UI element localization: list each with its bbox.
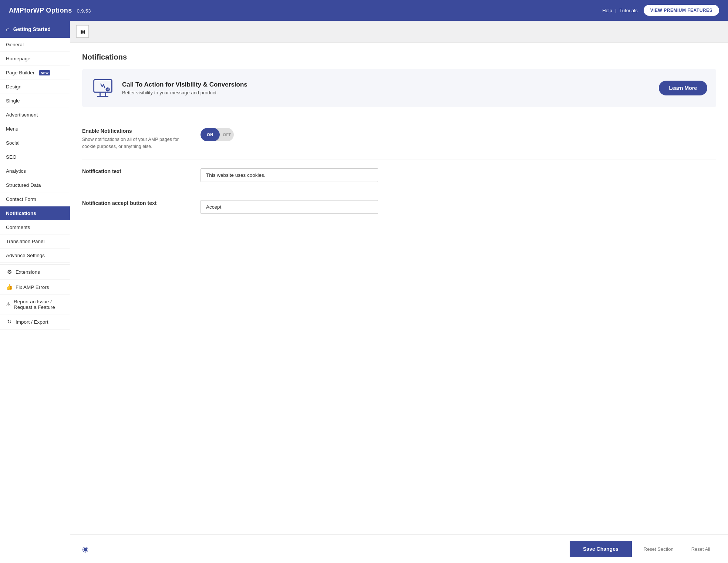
sidebar-item-structured-data[interactable]: Structured Data <box>0 178 70 192</box>
footer: ◉ Save Changes Reset Section Reset All <box>70 535 728 563</box>
warning-icon: ⚠ <box>6 301 11 308</box>
sidebar-item-fix-amp-errors[interactable]: 👍 Fix AMP Errors <box>0 280 70 295</box>
promo-heading: Call To Action for Visibility & Conversi… <box>122 81 651 88</box>
footer-logo-icon: ◉ <box>82 545 88 553</box>
toolbar-menu-button[interactable]: ▦ <box>76 25 89 38</box>
refresh-icon: ↻ <box>6 318 13 325</box>
sidebar-item-homepage[interactable]: Homepage <box>0 52 70 66</box>
notification-accept-btn-label: Notification accept button text <box>82 200 186 206</box>
promo-description: Better visibility to your message and pr… <box>122 90 651 95</box>
sidebar-item-analytics[interactable]: Analytics <box>0 164 70 178</box>
sidebar-item-import-export[interactable]: ↻ Import / Export <box>0 314 70 330</box>
sidebar-item-translation-panel[interactable]: Translation Panel <box>0 235 70 249</box>
sidebar: ⌂ Getting Started General Homepage Page … <box>0 21 70 563</box>
svg-point-4 <box>106 87 110 91</box>
header-right: Help | Tutorials VIEW PREMIUM FEATURES <box>602 5 719 16</box>
sidebar-item-advance-settings[interactable]: Advance Settings <box>0 249 70 263</box>
settings-control-col-3 <box>200 200 716 214</box>
enable-notifications-toggle[interactable]: ON OFF <box>200 128 234 141</box>
toggle-wrap: ON OFF <box>200 128 716 141</box>
settings-row-enable-notifications: Enable Notifications Show notifications … <box>82 119 716 159</box>
sidebar-item-seo[interactable]: SEO <box>0 150 70 164</box>
notification-text-input[interactable] <box>200 168 378 182</box>
layout: ⌂ Getting Started General Homepage Page … <box>0 21 728 563</box>
reset-section-button[interactable]: Reset Section <box>638 541 680 557</box>
header-divider: | <box>615 8 616 13</box>
save-changes-button[interactable]: Save Changes <box>570 541 632 557</box>
sidebar-item-design[interactable]: Design <box>0 80 70 94</box>
sidebar-item-social[interactable]: Social <box>0 136 70 150</box>
footer-left: ◉ <box>82 545 564 553</box>
header-links: Help | Tutorials <box>602 8 638 13</box>
new-badge: NEW <box>39 70 50 75</box>
promo-banner: Call To Action for Visibility & Conversi… <box>82 69 716 107</box>
sidebar-item-extensions[interactable]: ⚙ Extensions <box>0 264 70 280</box>
main-area: ▦ Notifications <box>70 21 728 563</box>
monitor-icon <box>92 77 114 99</box>
settings-label-col-3: Notification accept button text <box>82 200 186 208</box>
learn-more-button[interactable]: Learn More <box>659 81 707 95</box>
tutorials-link[interactable]: Tutorials <box>619 8 637 13</box>
settings-control-col: ON OFF <box>200 128 716 141</box>
sidebar-getting-started[interactable]: ⌂ Getting Started <box>0 21 70 38</box>
menu-icon: ▦ <box>80 28 85 34</box>
gear-icon: ⚙ <box>6 269 13 275</box>
home-icon: ⌂ <box>6 26 10 33</box>
view-premium-button[interactable]: VIEW PREMIUM FEATURES <box>644 5 719 16</box>
promo-text: Call To Action for Visibility & Conversi… <box>122 81 651 95</box>
sidebar-item-notifications[interactable]: Notifications <box>0 206 70 220</box>
sidebar-item-report[interactable]: ⚠ Report an Issue / Request a Feature <box>0 295 70 314</box>
settings-control-col-2 <box>200 168 716 182</box>
enable-notifications-desc: Show notifications on all of your AMP pa… <box>82 136 186 150</box>
sidebar-item-menu[interactable]: Menu <box>0 122 70 136</box>
sidebar-item-general[interactable]: General <box>0 38 70 52</box>
help-link[interactable]: Help <box>602 8 612 13</box>
settings-label-col: Enable Notifications Show notifications … <box>82 128 186 150</box>
sidebar-item-advertisement[interactable]: Advertisement <box>0 108 70 122</box>
enable-notifications-label: Enable Notifications <box>82 128 186 134</box>
app-title: AMPforWP Options 0.9.53 <box>9 7 91 14</box>
settings-label-col-2: Notification text <box>82 168 186 176</box>
header: AMPforWP Options 0.9.53 Help | Tutorials… <box>0 0 728 21</box>
main-toolbar: ▦ <box>70 21 728 43</box>
reset-all-button[interactable]: Reset All <box>685 541 716 557</box>
sidebar-item-contact-form[interactable]: Contact Form <box>0 192 70 206</box>
sidebar-item-comments[interactable]: Comments <box>0 220 70 235</box>
settings-row-notification-text: Notification text <box>82 159 716 191</box>
notification-text-label: Notification text <box>82 168 186 174</box>
main-content: Notifications Call To Action for Vi <box>70 43 728 535</box>
page-title: Notifications <box>82 53 716 61</box>
thumbsup-icon: 👍 <box>6 284 13 290</box>
toggle-on-label: ON <box>200 128 220 141</box>
promo-icon-box <box>91 76 115 100</box>
sidebar-item-single[interactable]: Single <box>0 94 70 108</box>
settings-row-accept-btn-text: Notification accept button text <box>82 191 716 223</box>
sidebar-item-page-builder[interactable]: Page Builder NEW <box>0 66 70 80</box>
toggle-off-label: OFF <box>223 132 232 137</box>
notification-accept-input[interactable] <box>200 200 378 214</box>
